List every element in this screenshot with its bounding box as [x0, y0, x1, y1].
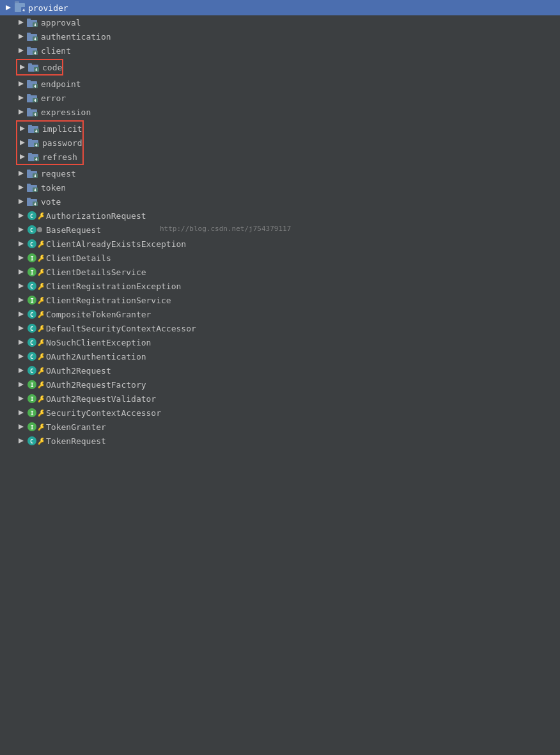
- root-label: provider: [28, 3, 68, 13]
- svg-text:4: 4: [35, 129, 38, 133]
- tree-item-TokenRequest[interactable]: C 🔑 TokenRequest: [0, 434, 560, 448]
- tree-item-request[interactable]: 4 request: [0, 166, 560, 180]
- svg-rect-54: [27, 170, 31, 171]
- arrow-icon: [16, 168, 26, 179]
- tree-item-OAuth2RequestFactory[interactable]: I 🔑 OAuth2RequestFactory: [0, 378, 560, 392]
- item-label: OAuth2Request: [46, 366, 111, 376]
- svg-marker-37: [20, 126, 25, 131]
- arrow-icon: [16, 225, 26, 235]
- item-label: vote: [41, 197, 61, 207]
- arrow-icon: [16, 365, 26, 376]
- svg-marker-119: [19, 396, 24, 401]
- tree-item-CompositeTokenGranter[interactable]: C 🔑 CompositeTokenGranter: [0, 307, 560, 321]
- svg-text:4: 4: [34, 36, 36, 41]
- item-label: ClientDetails: [46, 253, 111, 263]
- arrow-icon: [16, 295, 26, 305]
- svg-marker-67: [19, 213, 24, 218]
- item-label: authentication: [41, 32, 111, 42]
- tree-item-BaseRequest[interactable]: C BaseRequest: [0, 223, 560, 237]
- svg-marker-42: [20, 140, 25, 145]
- folder-icon: 4: [27, 138, 40, 148]
- tree-item-expression[interactable]: 4 expression: [0, 105, 560, 119]
- tree-item-ClientDetails[interactable]: I 🔑 ClientDetails: [0, 251, 560, 265]
- tree-item-password[interactable]: 4 password: [17, 136, 82, 150]
- folder-icon: 4: [26, 93, 39, 103]
- tree-item-OAuth2Request[interactable]: C 🔑 OAuth2Request: [0, 363, 560, 378]
- tree-item-client[interactable]: 4 client: [0, 44, 560, 58]
- tree-item-AuthorizationRequest[interactable]: C 🔑 AuthorizationRequest: [0, 209, 560, 223]
- arrow-icon: [16, 17, 26, 28]
- tree-item-code[interactable]: 4 code: [17, 60, 62, 74]
- class-icon: C 🔑: [26, 323, 44, 333]
- svg-text:🔑: 🔑: [38, 254, 43, 262]
- svg-marker-52: [19, 171, 24, 176]
- svg-marker-0: [6, 5, 11, 10]
- tree-item-ClientAlreadyExistsException[interactable]: C 🔑 ClientAlreadyExistsException: [0, 237, 560, 251]
- folder-icon: 4: [26, 45, 39, 56]
- svg-text:4: 4: [35, 143, 38, 147]
- svg-marker-32: [19, 109, 24, 115]
- tree-item-ClientRegistrationService[interactable]: I 🔑 ClientRegistrationService: [0, 293, 560, 307]
- svg-text:4: 4: [34, 84, 36, 88]
- tree-item-ClientRegistrationException[interactable]: C 🔑 ClientRegistrationException: [0, 279, 560, 293]
- tree-item-DefaultSecurityContextAccessor[interactable]: C 🔑 DefaultSecurityContextAccessor: [0, 321, 560, 335]
- tree-item-implicit[interactable]: 4 implicit: [17, 122, 82, 136]
- item-label: OAuth2RequestFactory: [46, 380, 146, 390]
- folder-icon: 4: [13, 3, 26, 13]
- svg-text:4: 4: [34, 112, 36, 116]
- arrow-icon: [16, 267, 26, 277]
- tree-root-provider[interactable]: 4 provider: [0, 0, 560, 15]
- svg-rect-29: [27, 94, 31, 96]
- class-icon: C 🔑: [26, 337, 44, 347]
- item-label: endpoint: [41, 79, 81, 89]
- svg-marker-62: [19, 199, 24, 204]
- svg-marker-111: [19, 368, 24, 373]
- tree-item-ClientDetailsService[interactable]: I 🔑 ClientDetailsService: [0, 265, 560, 279]
- item-label: AuthorizationRequest: [46, 211, 146, 221]
- arrow-icon: [16, 351, 26, 362]
- svg-marker-17: [20, 65, 25, 70]
- tree-item-NoSuchClientException[interactable]: C 🔑 NoSuchClientException: [0, 335, 560, 349]
- tree-item-endpoint[interactable]: 4 endpoint: [0, 77, 560, 91]
- svg-text:🔑: 🔑: [38, 409, 43, 417]
- item-label: error: [41, 93, 66, 103]
- svg-text:4: 4: [34, 98, 36, 102]
- tree-item-vote[interactable]: 4 vote: [0, 195, 560, 209]
- svg-text:🔑: 🔑: [38, 212, 43, 220]
- svg-text:🔑: 🔑: [38, 324, 43, 333]
- tree-item-OAuth2Authentication[interactable]: C 🔑 OAuth2Authentication: [0, 349, 560, 363]
- svg-text:C: C: [30, 438, 33, 445]
- arrow-icon: [16, 309, 26, 319]
- tree-item-authentication[interactable]: 4 authentication: [0, 29, 560, 44]
- svg-rect-34: [27, 108, 31, 110]
- svg-marker-87: [19, 283, 24, 289]
- file-tree: 4 provider 4 approval: [0, 0, 560, 448]
- tree-item-TokenGranter[interactable]: I 🔑 TokenGranter: [0, 420, 560, 434]
- svg-text:4: 4: [34, 173, 36, 178]
- tree-item-SecurityContextAccessor[interactable]: I 🔑 SecurityContextAccessor: [0, 406, 560, 420]
- svg-text:4: 4: [34, 187, 36, 192]
- tree-item-error[interactable]: 4 error: [0, 91, 560, 105]
- item-label: OAuth2RequestValidator: [46, 394, 156, 404]
- item-label: ClientDetailsService: [46, 267, 146, 277]
- svg-text:🔑: 🔑: [38, 338, 43, 347]
- svg-text:C: C: [30, 340, 33, 346]
- tree-item-refresh[interactable]: 4 refresh: [17, 150, 82, 164]
- arrow-icon: [16, 436, 26, 446]
- arrow-icon: [16, 107, 26, 117]
- folder-icon: 4: [27, 62, 40, 72]
- svg-text:I: I: [31, 298, 34, 304]
- folder-icon: 4: [26, 196, 39, 207]
- tree-item-token[interactable]: 4 token: [0, 180, 560, 195]
- svg-text:I: I: [31, 396, 34, 402]
- tree-item-OAuth2RequestValidator[interactable]: I 🔑 OAuth2RequestValidator: [0, 392, 560, 406]
- item-label: client: [41, 46, 71, 56]
- svg-marker-12: [19, 48, 24, 53]
- arrow-icon: [16, 393, 26, 404]
- class-icon: C 🔑: [26, 436, 44, 446]
- tree-item-approval[interactable]: 4 approval: [0, 15, 560, 29]
- arrow-icon: [17, 123, 27, 134]
- arrow-icon: [16, 31, 26, 42]
- svg-text:C: C: [30, 368, 33, 374]
- svg-text:🔑: 🔑: [38, 437, 43, 445]
